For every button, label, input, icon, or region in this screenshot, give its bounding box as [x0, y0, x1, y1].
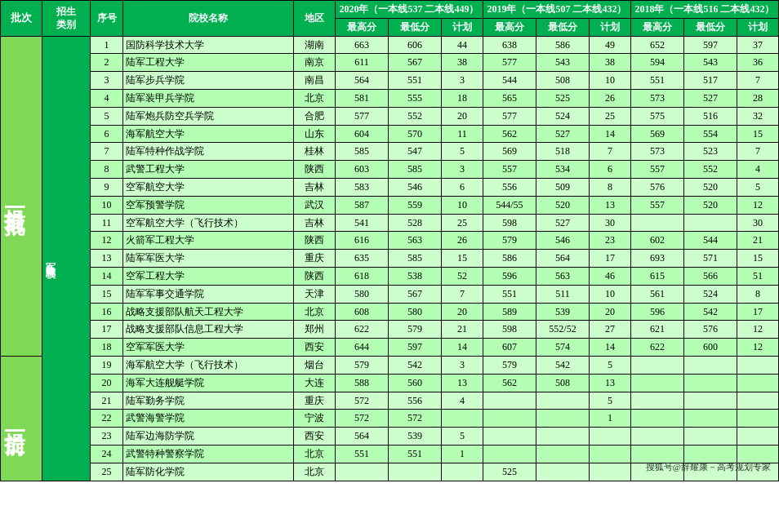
- y18_max-cell: 621: [630, 321, 683, 339]
- y20_min-cell: 606: [389, 36, 442, 54]
- seq-cell: 2: [91, 54, 123, 72]
- y20_min-cell: 560: [389, 374, 442, 392]
- y20_max-cell: 616: [335, 232, 388, 250]
- y19_max-cell: 544/55: [483, 196, 536, 214]
- y20_min-cell: 556: [389, 392, 442, 410]
- y20_max-cell: 583: [335, 178, 388, 196]
- y20_min-cell: 528: [389, 214, 442, 232]
- name-cell: 陆军特种作战学院: [122, 143, 293, 161]
- y20_max-cell: 577: [335, 107, 388, 125]
- y19_min-cell: 552/52: [536, 321, 589, 339]
- name-cell: 海军航空大学: [122, 125, 293, 143]
- y18_max-cell: [630, 392, 683, 410]
- name-cell: 陆军军事交通学院: [122, 285, 293, 303]
- seq-cell: 1: [91, 36, 123, 54]
- y19_plan-cell: 14: [590, 339, 631, 357]
- region-header: 地区: [294, 1, 336, 37]
- y20_max-cell: 585: [335, 143, 388, 161]
- y18_max-cell: 557: [630, 196, 683, 214]
- region-cell: 大连: [294, 374, 336, 392]
- region-cell: 北京: [294, 463, 336, 481]
- y18_plan-cell: 7: [737, 72, 778, 90]
- name-header: 院校名称: [122, 1, 293, 37]
- y19_plan-cell: 27: [590, 321, 631, 339]
- y19_min-cell: 563: [536, 267, 589, 285]
- y18_min-cell: 571: [683, 250, 737, 268]
- y19_plan-cell: 6: [590, 161, 631, 179]
- y19_max-cell: 598: [483, 214, 536, 232]
- y19_min-cell: 524: [536, 107, 589, 125]
- y19_max-cell: 556: [483, 178, 536, 196]
- y19_plan-cell: 8: [590, 178, 631, 196]
- y20_min-cell: 579: [389, 321, 442, 339]
- y20_max-cell: 635: [335, 250, 388, 268]
- seq-cell: 10: [91, 196, 123, 214]
- y20-plan-header: 计划: [442, 18, 483, 36]
- region-cell: 北京: [294, 89, 336, 107]
- region-cell: 山东: [294, 125, 336, 143]
- y20_plan-cell: 15: [442, 250, 483, 268]
- region-cell: 桂林: [294, 143, 336, 161]
- y18_plan-cell: 28: [737, 89, 778, 107]
- y19_plan-cell: 38: [590, 54, 631, 72]
- y20_plan-cell: 5: [442, 143, 483, 161]
- y18_min-cell: [683, 356, 737, 374]
- name-cell: 陆军勤务学院: [122, 392, 293, 410]
- y20_plan-cell: 26: [442, 232, 483, 250]
- y18_max-cell: 596: [630, 303, 683, 321]
- region-cell: 北京: [294, 303, 336, 321]
- region-cell: 武汉: [294, 196, 336, 214]
- y20_plan-cell: 3: [442, 356, 483, 374]
- y20_plan-cell: [442, 463, 483, 481]
- table-body: 提前一批军队院校1国防科学技术大学湖南663606446385864965259…: [1, 36, 779, 481]
- y19_min-cell: [536, 428, 589, 446]
- y18_max-cell: 573: [630, 89, 683, 107]
- seq-cell: 22: [91, 410, 123, 428]
- y18_plan-cell: 8: [737, 285, 778, 303]
- y20_min-cell: 570: [389, 125, 442, 143]
- y20_min-cell: 559: [389, 196, 442, 214]
- y20_min-cell: 555: [389, 89, 442, 107]
- y19_max-cell: [483, 445, 536, 463]
- y18_min-cell: 600: [683, 339, 737, 357]
- y19_plan-cell: 49: [590, 36, 631, 54]
- y19_max-cell: 596: [483, 267, 536, 285]
- y19_max-cell: 544: [483, 72, 536, 90]
- y19_plan-cell: 13: [590, 374, 631, 392]
- y19_plan-cell: 14: [590, 125, 631, 143]
- y20_plan-cell: 38: [442, 54, 483, 72]
- table-row: 15陆军军事交通学院天津5805677551511105615248: [1, 285, 779, 303]
- y18_plan-cell: [737, 410, 778, 428]
- y18_min-cell: 523: [683, 143, 737, 161]
- y19_plan-cell: 20: [590, 303, 631, 321]
- name-cell: 陆军炮兵防空兵学院: [122, 107, 293, 125]
- y18_plan-cell: 4: [737, 161, 778, 179]
- name-cell: 空军航空大学: [122, 178, 293, 196]
- y18_plan-cell: 12: [737, 339, 778, 357]
- seq-cell: 14: [91, 267, 123, 285]
- table-row: 10空军预警学院武汉58755910544/555201355752012: [1, 196, 779, 214]
- y19_min-cell: 508: [536, 72, 589, 90]
- y18_min-cell: 543: [683, 54, 737, 72]
- y19_min-cell: [536, 410, 589, 428]
- y18_max-cell: 622: [630, 339, 683, 357]
- y19_min-cell: [536, 392, 589, 410]
- y20_max-cell: 579: [335, 356, 388, 374]
- name-cell: 海军航空大学（飞行技术）: [122, 356, 293, 374]
- region-cell: 合肥: [294, 107, 336, 125]
- name-cell: 武警海警学院: [122, 410, 293, 428]
- y19_min-cell: 586: [536, 36, 589, 54]
- y20_plan-cell: 10: [442, 196, 483, 214]
- y19_min-cell: 564: [536, 250, 589, 268]
- y19_max-cell: 577: [483, 54, 536, 72]
- region-cell: 宁波: [294, 410, 336, 428]
- table-row: 8武警工程大学陕西603585355753465575524: [1, 161, 779, 179]
- name-cell: 陆军防化学院: [122, 463, 293, 481]
- seq-cell: 8: [91, 161, 123, 179]
- region-cell: 郑州: [294, 321, 336, 339]
- y18_max-cell: 573: [630, 143, 683, 161]
- name-cell: 空军预警学院: [122, 196, 293, 214]
- table-row: 17战略支援部队信息工程大学郑州62257921598552/522762157…: [1, 321, 779, 339]
- y19_max-cell: 598: [483, 321, 536, 339]
- seq-cell: 24: [91, 445, 123, 463]
